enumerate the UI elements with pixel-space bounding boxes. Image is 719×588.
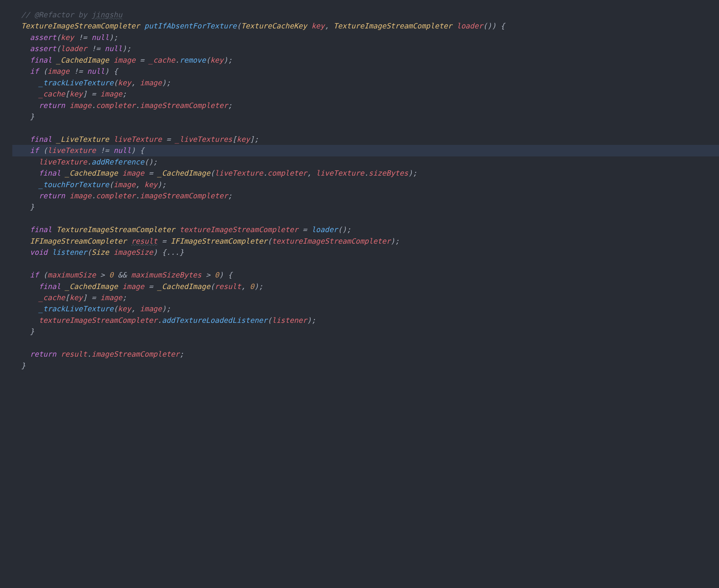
token-plain (12, 101, 39, 110)
token-type: IFImageStreamCompleter (171, 237, 268, 245)
code-line[interactable]: final _CachedImage image = _cache.remove… (12, 55, 719, 66)
token-plain (140, 22, 144, 30)
code-line[interactable]: if (liveTexture != null) { (12, 145, 719, 156)
token-plain (12, 225, 30, 234)
code-line[interactable]: final TextureImageStreamCompleter textur… (12, 224, 719, 235)
token-punc: != (70, 67, 87, 75)
token-ident: key (210, 56, 223, 64)
token-punc: > (96, 271, 109, 279)
token-ident: result (131, 237, 158, 245)
code-line[interactable]: } (12, 111, 719, 122)
token-plain (12, 237, 30, 245)
token-kw: void (30, 248, 48, 256)
token-kw: if (30, 67, 39, 75)
token-ident: image (100, 293, 122, 302)
token-plain (48, 248, 52, 256)
token-plain (175, 225, 179, 234)
token-type: Size (92, 248, 109, 256)
token-punc: ); (109, 33, 118, 42)
token-fn: _touchForTexture (39, 180, 109, 189)
token-ident: maximumSize (48, 271, 96, 279)
token-plain (12, 158, 39, 166)
token-plain (12, 78, 39, 87)
token-num: 0 (109, 271, 113, 279)
token-punc: . (135, 101, 140, 110)
token-punc: . (175, 56, 179, 64)
token-fold: {...} (162, 248, 184, 256)
code-line[interactable]: liveTexture.addReference(); (12, 156, 719, 168)
token-punc: ); (254, 282, 263, 291)
token-punc: . (87, 158, 91, 166)
code-line[interactable]: _trackLiveTexture(key, image); (12, 77, 719, 88)
token-plain (12, 135, 30, 143)
code-line[interactable]: final _CachedImage image = _CachedImage(… (12, 281, 719, 292)
token-punc: = (144, 169, 157, 177)
token-punc: [ (232, 135, 236, 143)
token-punc: ( (113, 304, 118, 313)
code-line[interactable] (12, 337, 719, 349)
token-punc: . (87, 350, 92, 358)
token-punc: ] = (83, 90, 100, 98)
code-line[interactable]: } (12, 326, 719, 337)
code-line[interactable]: assert(key != null); (12, 32, 719, 43)
code-line[interactable]: _cache[key] = image; (12, 88, 719, 100)
code-line[interactable]: return image.completer.imageStreamComple… (12, 190, 719, 201)
code-line[interactable] (12, 258, 719, 269)
token-ident: key (70, 90, 83, 98)
code-line[interactable]: final _CachedImage image = _CachedImage(… (12, 168, 719, 179)
code-line[interactable]: _trackLiveTexture(key, image); (12, 303, 719, 314)
token-plain (12, 271, 30, 279)
code-line[interactable]: return image.completer.imageStreamComple… (12, 100, 719, 111)
code-line[interactable]: _touchForTexture(image, key); (12, 179, 719, 190)
token-punc: ; (228, 191, 232, 200)
token-ident: loader (456, 22, 483, 30)
code-line[interactable]: final _LiveTexture liveTexture = _liveTe… (12, 134, 719, 145)
code-line[interactable]: if (image != null) { (12, 66, 719, 77)
token-punc: ()) { (483, 22, 505, 30)
token-kw: final (39, 282, 61, 291)
code-line[interactable]: return result.imageStreamCompleter; (12, 349, 719, 360)
code-line[interactable]: // @Refactor by jingshu (12, 9, 719, 20)
token-punc: ( (56, 33, 60, 42)
token-punc: , (325, 22, 333, 30)
token-fn: loader (311, 225, 338, 234)
code-line[interactable]: if (maximumSize > 0 && maximumSizeBytes … (12, 269, 719, 281)
token-punc: ( (39, 271, 48, 279)
token-plain (12, 67, 30, 75)
token-ident: imageStreamCompleter (140, 101, 228, 110)
token-plain (12, 282, 39, 291)
token-punc: ); (122, 44, 131, 53)
token-punc: ]; (250, 135, 259, 143)
token-ident: key (70, 293, 83, 302)
token-punc: [ (65, 293, 69, 302)
token-punc: , (307, 169, 316, 177)
token-plain (109, 248, 113, 256)
token-ident: image (122, 282, 144, 291)
code-line[interactable]: IFImageStreamCompleter result = IFImageS… (12, 236, 719, 247)
token-punc: = (298, 225, 311, 234)
token-ident: completer (96, 101, 135, 110)
code-line[interactable]: TextureImageStreamCompleter putIfAbsentF… (12, 20, 719, 32)
token-ident: image (140, 304, 162, 313)
token-ident: key (144, 180, 157, 189)
code-line[interactable]: } (12, 201, 719, 213)
code-line[interactable]: assert(loader != null); (12, 43, 719, 54)
token-kw: null (87, 67, 105, 75)
token-punc: ); (307, 316, 316, 324)
code-line[interactable] (12, 122, 719, 133)
token-ident: liveTexture (39, 158, 87, 166)
code-line[interactable]: void listener(Size imageSize) {...} (12, 247, 719, 258)
code-line[interactable] (12, 213, 719, 224)
token-ident: completer (268, 169, 307, 177)
code-line[interactable]: } (12, 360, 719, 371)
code-line[interactable]: textureImageStreamCompleter.addTextureLo… (12, 315, 719, 326)
token-kw: final (39, 169, 61, 177)
token-punc: , (241, 282, 250, 291)
code-line[interactable]: _cache[key] = image; (12, 292, 719, 303)
token-kw: assert (30, 44, 57, 53)
token-punc: ( (87, 248, 92, 256)
token-ident: loader (61, 44, 87, 53)
code-editor[interactable]: // @Refactor by jingshu TextureImageStre… (12, 9, 719, 371)
token-plain (12, 10, 21, 19)
token-ident: image (70, 191, 92, 200)
